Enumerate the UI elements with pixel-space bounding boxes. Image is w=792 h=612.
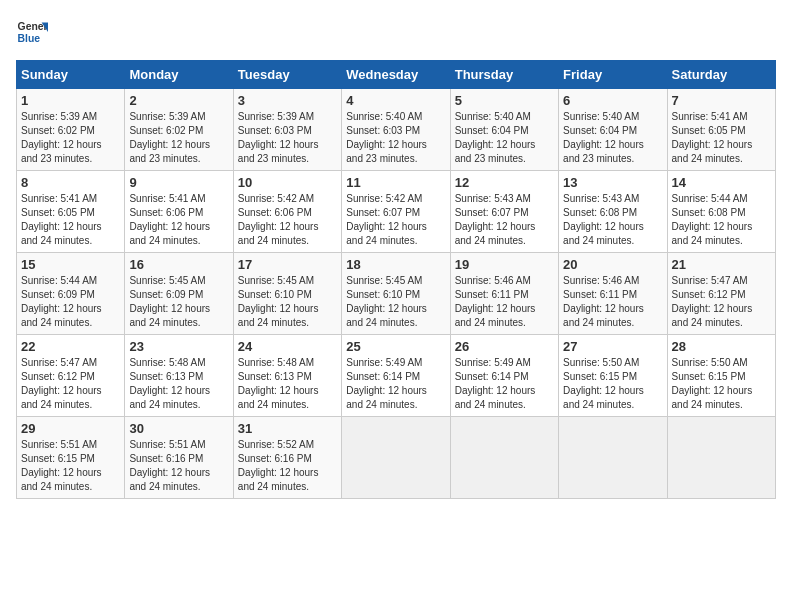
day-number: 28: [672, 339, 771, 354]
day-info: Sunrise: 5:45 AMSunset: 6:09 PMDaylight:…: [129, 274, 228, 330]
calendar-cell: 26 Sunrise: 5:49 AMSunset: 6:14 PMDaylig…: [450, 335, 558, 417]
calendar-cell: 23 Sunrise: 5:48 AMSunset: 6:13 PMDaylig…: [125, 335, 233, 417]
calendar-cell: [342, 417, 450, 499]
day-info: Sunrise: 5:41 AMSunset: 6:06 PMDaylight:…: [129, 192, 228, 248]
logo-icon: General Blue: [16, 16, 48, 48]
day-info: Sunrise: 5:46 AMSunset: 6:11 PMDaylight:…: [455, 274, 554, 330]
calendar-cell: 5 Sunrise: 5:40 AMSunset: 6:04 PMDayligh…: [450, 89, 558, 171]
calendar-cell: 21 Sunrise: 5:47 AMSunset: 6:12 PMDaylig…: [667, 253, 775, 335]
calendar-cell: 27 Sunrise: 5:50 AMSunset: 6:15 PMDaylig…: [559, 335, 667, 417]
calendar-cell: 7 Sunrise: 5:41 AMSunset: 6:05 PMDayligh…: [667, 89, 775, 171]
day-info: Sunrise: 5:39 AMSunset: 6:02 PMDaylight:…: [129, 110, 228, 166]
calendar-cell: 4 Sunrise: 5:40 AMSunset: 6:03 PMDayligh…: [342, 89, 450, 171]
calendar-cell: 11 Sunrise: 5:42 AMSunset: 6:07 PMDaylig…: [342, 171, 450, 253]
day-header-friday: Friday: [559, 61, 667, 89]
calendar-cell: 6 Sunrise: 5:40 AMSunset: 6:04 PMDayligh…: [559, 89, 667, 171]
day-info: Sunrise: 5:48 AMSunset: 6:13 PMDaylight:…: [129, 356, 228, 412]
calendar-cell: 12 Sunrise: 5:43 AMSunset: 6:07 PMDaylig…: [450, 171, 558, 253]
day-info: Sunrise: 5:49 AMSunset: 6:14 PMDaylight:…: [455, 356, 554, 412]
calendar-table: SundayMondayTuesdayWednesdayThursdayFrid…: [16, 60, 776, 499]
day-info: Sunrise: 5:52 AMSunset: 6:16 PMDaylight:…: [238, 438, 337, 494]
day-number: 23: [129, 339, 228, 354]
week-row-5: 29 Sunrise: 5:51 AMSunset: 6:15 PMDaylig…: [17, 417, 776, 499]
day-number: 15: [21, 257, 120, 272]
day-header-sunday: Sunday: [17, 61, 125, 89]
day-number: 6: [563, 93, 662, 108]
day-number: 30: [129, 421, 228, 436]
calendar-cell: 17 Sunrise: 5:45 AMSunset: 6:10 PMDaylig…: [233, 253, 341, 335]
day-number: 26: [455, 339, 554, 354]
calendar-cell: 16 Sunrise: 5:45 AMSunset: 6:09 PMDaylig…: [125, 253, 233, 335]
day-number: 1: [21, 93, 120, 108]
calendar-cell: 29 Sunrise: 5:51 AMSunset: 6:15 PMDaylig…: [17, 417, 125, 499]
calendar-cell: 14 Sunrise: 5:44 AMSunset: 6:08 PMDaylig…: [667, 171, 775, 253]
day-number: 25: [346, 339, 445, 354]
day-info: Sunrise: 5:47 AMSunset: 6:12 PMDaylight:…: [672, 274, 771, 330]
calendar-body: 1 Sunrise: 5:39 AMSunset: 6:02 PMDayligh…: [17, 89, 776, 499]
calendar-cell: 15 Sunrise: 5:44 AMSunset: 6:09 PMDaylig…: [17, 253, 125, 335]
day-header-wednesday: Wednesday: [342, 61, 450, 89]
day-number: 31: [238, 421, 337, 436]
day-info: Sunrise: 5:49 AMSunset: 6:14 PMDaylight:…: [346, 356, 445, 412]
day-info: Sunrise: 5:42 AMSunset: 6:06 PMDaylight:…: [238, 192, 337, 248]
calendar-cell: 20 Sunrise: 5:46 AMSunset: 6:11 PMDaylig…: [559, 253, 667, 335]
calendar-cell: 19 Sunrise: 5:46 AMSunset: 6:11 PMDaylig…: [450, 253, 558, 335]
day-info: Sunrise: 5:41 AMSunset: 6:05 PMDaylight:…: [21, 192, 120, 248]
day-number: 2: [129, 93, 228, 108]
week-row-4: 22 Sunrise: 5:47 AMSunset: 6:12 PMDaylig…: [17, 335, 776, 417]
day-number: 8: [21, 175, 120, 190]
day-number: 13: [563, 175, 662, 190]
day-info: Sunrise: 5:45 AMSunset: 6:10 PMDaylight:…: [238, 274, 337, 330]
day-number: 27: [563, 339, 662, 354]
day-info: Sunrise: 5:50 AMSunset: 6:15 PMDaylight:…: [563, 356, 662, 412]
calendar-cell: 22 Sunrise: 5:47 AMSunset: 6:12 PMDaylig…: [17, 335, 125, 417]
calendar-cell: 28 Sunrise: 5:50 AMSunset: 6:15 PMDaylig…: [667, 335, 775, 417]
day-info: Sunrise: 5:51 AMSunset: 6:15 PMDaylight:…: [21, 438, 120, 494]
day-number: 29: [21, 421, 120, 436]
day-number: 16: [129, 257, 228, 272]
day-info: Sunrise: 5:42 AMSunset: 6:07 PMDaylight:…: [346, 192, 445, 248]
calendar-cell: [667, 417, 775, 499]
day-info: Sunrise: 5:43 AMSunset: 6:08 PMDaylight:…: [563, 192, 662, 248]
calendar-cell: [450, 417, 558, 499]
day-number: 20: [563, 257, 662, 272]
calendar-cell: 10 Sunrise: 5:42 AMSunset: 6:06 PMDaylig…: [233, 171, 341, 253]
day-info: Sunrise: 5:51 AMSunset: 6:16 PMDaylight:…: [129, 438, 228, 494]
calendar-cell: 24 Sunrise: 5:48 AMSunset: 6:13 PMDaylig…: [233, 335, 341, 417]
calendar-cell: [559, 417, 667, 499]
calendar-cell: 30 Sunrise: 5:51 AMSunset: 6:16 PMDaylig…: [125, 417, 233, 499]
calendar-cell: 18 Sunrise: 5:45 AMSunset: 6:10 PMDaylig…: [342, 253, 450, 335]
week-row-2: 8 Sunrise: 5:41 AMSunset: 6:05 PMDayligh…: [17, 171, 776, 253]
header: General Blue: [16, 16, 776, 48]
day-header-monday: Monday: [125, 61, 233, 89]
calendar-header-row: SundayMondayTuesdayWednesdayThursdayFrid…: [17, 61, 776, 89]
day-header-saturday: Saturday: [667, 61, 775, 89]
calendar-cell: 25 Sunrise: 5:49 AMSunset: 6:14 PMDaylig…: [342, 335, 450, 417]
day-number: 14: [672, 175, 771, 190]
calendar-cell: 1 Sunrise: 5:39 AMSunset: 6:02 PMDayligh…: [17, 89, 125, 171]
calendar-cell: 2 Sunrise: 5:39 AMSunset: 6:02 PMDayligh…: [125, 89, 233, 171]
calendar-cell: 13 Sunrise: 5:43 AMSunset: 6:08 PMDaylig…: [559, 171, 667, 253]
day-number: 7: [672, 93, 771, 108]
calendar-cell: 9 Sunrise: 5:41 AMSunset: 6:06 PMDayligh…: [125, 171, 233, 253]
week-row-1: 1 Sunrise: 5:39 AMSunset: 6:02 PMDayligh…: [17, 89, 776, 171]
day-number: 24: [238, 339, 337, 354]
day-info: Sunrise: 5:43 AMSunset: 6:07 PMDaylight:…: [455, 192, 554, 248]
day-number: 17: [238, 257, 337, 272]
day-info: Sunrise: 5:40 AMSunset: 6:03 PMDaylight:…: [346, 110, 445, 166]
day-info: Sunrise: 5:45 AMSunset: 6:10 PMDaylight:…: [346, 274, 445, 330]
calendar-cell: 31 Sunrise: 5:52 AMSunset: 6:16 PMDaylig…: [233, 417, 341, 499]
day-number: 11: [346, 175, 445, 190]
day-number: 10: [238, 175, 337, 190]
logo: General Blue: [16, 16, 52, 48]
day-info: Sunrise: 5:44 AMSunset: 6:09 PMDaylight:…: [21, 274, 120, 330]
day-info: Sunrise: 5:40 AMSunset: 6:04 PMDaylight:…: [455, 110, 554, 166]
day-number: 19: [455, 257, 554, 272]
day-header-tuesday: Tuesday: [233, 61, 341, 89]
day-number: 5: [455, 93, 554, 108]
day-info: Sunrise: 5:39 AMSunset: 6:02 PMDaylight:…: [21, 110, 120, 166]
svg-text:Blue: Blue: [18, 33, 41, 44]
day-info: Sunrise: 5:41 AMSunset: 6:05 PMDaylight:…: [672, 110, 771, 166]
day-number: 22: [21, 339, 120, 354]
day-number: 18: [346, 257, 445, 272]
